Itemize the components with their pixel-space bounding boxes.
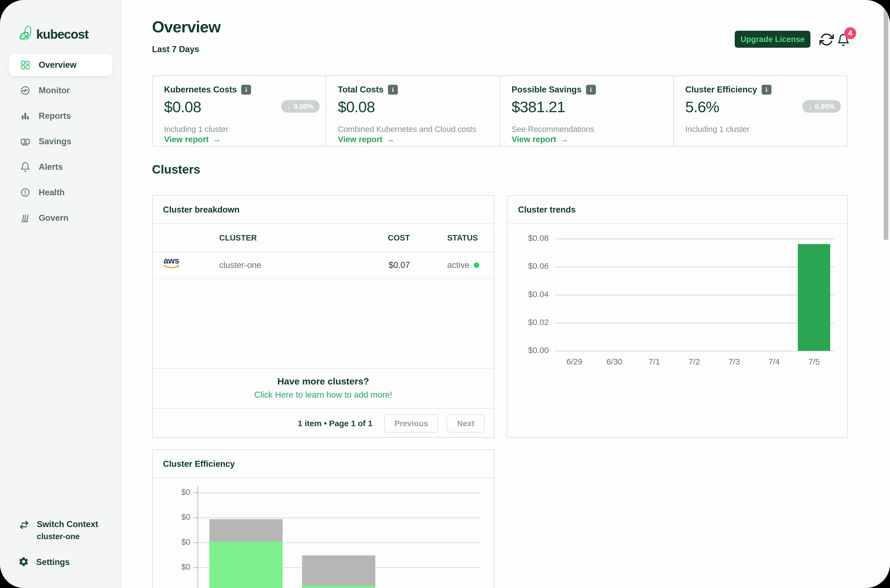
efficiency-bar-overlay xyxy=(209,542,282,588)
vertical-scrollbar-thumb[interactable] xyxy=(884,7,888,240)
settings-label: Settings xyxy=(36,557,70,567)
arrow-right-icon: → xyxy=(213,135,221,144)
pagination-summary: 1 item • Page 1 of 1 xyxy=(298,419,372,428)
y-gridline xyxy=(554,323,834,323)
sidebar-item-label: Govern xyxy=(39,213,69,223)
notification-count-badge: 4 xyxy=(844,27,856,39)
grid-icon xyxy=(20,60,30,70)
column-header-cost: COST xyxy=(369,233,410,243)
stat-value: $0.08 xyxy=(338,98,375,116)
efficiency-bar-overlay xyxy=(302,585,375,588)
switch-context-label: Switch Context xyxy=(37,519,98,529)
add-clusters-prompt: Have more clusters? Click Here to learn … xyxy=(153,368,494,408)
x-tick-label: 7/5 xyxy=(794,357,834,366)
sidebar-item-label: Reports xyxy=(39,111,71,121)
previous-page-button[interactable]: Previous xyxy=(384,414,439,432)
page-title: Overview xyxy=(152,18,221,36)
down-arrow-icon: ↓ xyxy=(808,102,812,111)
view-report-link[interactable]: View report→ xyxy=(338,135,395,144)
down-arrow-icon: ↓ xyxy=(287,102,291,111)
sidebar-nav: Overview Monitor Reports xyxy=(9,54,113,232)
sidebar-item-overview[interactable]: Overview xyxy=(9,54,113,76)
stat-value: 5.6% xyxy=(685,98,719,116)
column-header-cluster: CLUSTER xyxy=(219,233,257,243)
y-tick-label: $0.02 xyxy=(513,318,549,327)
efficiency-bar-total xyxy=(302,555,375,588)
main-content: Overview Last 7 Days Upgrade License 4 K… xyxy=(122,0,890,588)
sidebar: kubecost Overview Mo xyxy=(0,0,122,588)
next-page-button[interactable]: Next xyxy=(447,414,485,432)
kubecost-leaf-icon xyxy=(19,25,33,44)
sidebar-item-label: Savings xyxy=(39,136,71,147)
kubecost-logo[interactable]: kubecost xyxy=(19,25,89,44)
cluster-status-cell: active xyxy=(447,260,479,270)
stat-value: $0.08 xyxy=(164,98,201,116)
clusters-section-title: Clusters xyxy=(152,163,200,176)
sidebar-item-monitor[interactable]: Monitor xyxy=(9,80,113,102)
govern-icon xyxy=(20,213,30,223)
stat-title: Kubernetes Costs xyxy=(164,85,237,94)
cluster-efficiency-card: Cluster Efficiency $0$0$0$0 xyxy=(152,450,494,588)
pagination-bar: 1 item • Page 1 of 1 Previous Next xyxy=(153,408,494,438)
y-gridline xyxy=(198,518,480,518)
switch-context[interactable]: Switch Context cluster-one xyxy=(19,519,98,541)
arrow-right-icon: → xyxy=(560,135,568,144)
y-gridline xyxy=(554,351,834,351)
x-tick-label: 7/1 xyxy=(635,357,674,366)
info-icon[interactable]: i xyxy=(586,85,596,94)
y-tick-label: $0.04 xyxy=(513,290,549,299)
refresh-icon[interactable] xyxy=(819,32,834,46)
alert-circle-icon xyxy=(20,188,30,198)
x-tick-label: 7/2 xyxy=(675,357,714,366)
prompt-heading: Have more clusters? xyxy=(153,376,494,387)
info-icon[interactable]: i xyxy=(388,85,398,94)
x-tick-label: 7/3 xyxy=(714,357,754,366)
axis-tick xyxy=(193,543,198,543)
stat-note: Including 1 cluster xyxy=(685,125,749,134)
axis-tick xyxy=(193,518,198,518)
sidebar-item-label: Alerts xyxy=(39,162,63,172)
stat-title: Total Costs xyxy=(338,85,384,94)
date-range-label: Last 7 Days xyxy=(152,44,199,54)
sidebar-item-settings[interactable]: Settings xyxy=(18,556,70,568)
sidebar-item-alerts[interactable]: Alerts xyxy=(9,156,113,178)
y-tick-label: $0 xyxy=(158,562,191,572)
axis-tick xyxy=(193,567,198,568)
sidebar-item-label: Overview xyxy=(39,60,77,70)
info-icon[interactable]: i xyxy=(762,85,771,94)
sidebar-item-health[interactable]: Health xyxy=(9,182,113,204)
add-clusters-link[interactable]: Click Here to learn how to add more! xyxy=(153,390,494,400)
y-tick-label: $0 xyxy=(158,488,191,496)
sidebar-item-label: Monitor xyxy=(39,86,70,96)
column-header-status: STATUS xyxy=(447,233,478,243)
stat-note: Combined Kubernetes and Cloud costs xyxy=(338,125,476,134)
view-report-link[interactable]: View report→ xyxy=(512,135,569,144)
y-gridline xyxy=(554,238,834,239)
switch-context-value: cluster-one xyxy=(37,532,98,541)
cluster-trends-chart: $0.08$0.06$0.04$0.02$0.006/296/307/17/27… xyxy=(507,196,848,437)
arrow-right-icon: → xyxy=(386,135,395,144)
y-tick-label: $0.08 xyxy=(513,233,549,243)
sidebar-item-savings[interactable]: Savings xyxy=(9,130,113,153)
upgrade-license-button[interactable]: Upgrade License xyxy=(735,31,810,48)
trend-bar xyxy=(798,244,830,351)
y-gridline xyxy=(554,295,834,296)
cluster-cost-cell: $0.07 xyxy=(369,260,410,270)
table-row[interactable]: aws cluster-one $0.07 active xyxy=(153,252,494,279)
y-tick-label: $0 xyxy=(158,512,191,522)
x-tick-label: 7/4 xyxy=(755,357,794,366)
stat-card-total-costs: Total Costsi $0.08 Combined Kubernetes a… xyxy=(326,76,500,146)
x-tick-label: 6/30 xyxy=(594,357,634,366)
app-window: kubecost Overview Mo xyxy=(0,0,890,588)
stat-title: Possible Savings xyxy=(512,85,582,94)
y-tick-label: $0 xyxy=(158,537,191,547)
sidebar-item-govern[interactable]: Govern xyxy=(9,207,113,229)
info-icon[interactable]: i xyxy=(241,85,251,94)
card-title: Cluster breakdown xyxy=(153,196,494,224)
view-report-link[interactable]: View report→ xyxy=(164,135,221,144)
stat-card-cluster-efficiency: Cluster Efficiencyi 5.6% ↓0.00% Includin… xyxy=(674,76,847,146)
table-header-row: CLUSTER COST STATUS xyxy=(153,224,494,252)
monitor-pulse-icon xyxy=(20,85,30,96)
sidebar-item-label: Health xyxy=(39,188,65,198)
sidebar-item-reports[interactable]: Reports xyxy=(9,105,113,127)
